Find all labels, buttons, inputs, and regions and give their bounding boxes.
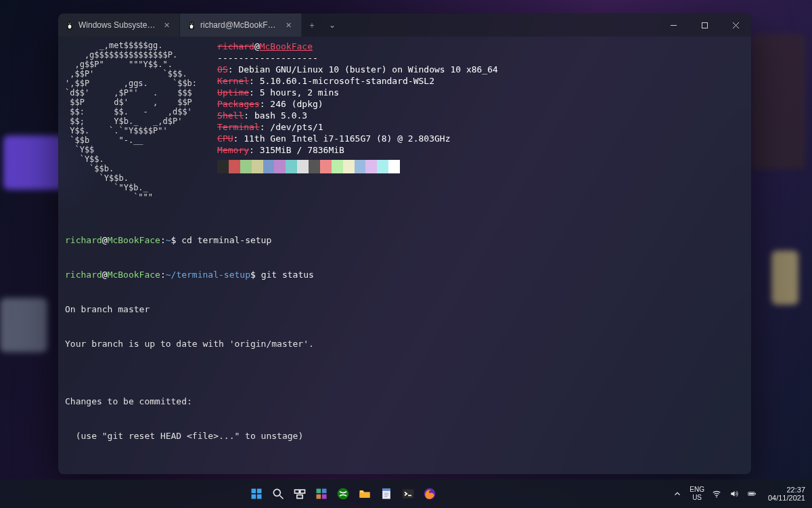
taskbar: ENGUS 22:3704/11/2021 (0, 480, 812, 508)
svg-point-8 (190, 23, 191, 24)
tab-close-icon[interactable]: ✕ (161, 20, 173, 31)
svg-rect-11 (702, 22, 707, 28)
svg-rect-15 (256, 489, 261, 494)
tab-wsl[interactable]: Windows Subsystem for Linux P ✕ (58, 14, 180, 37)
tray-chevron-icon[interactable] (672, 488, 683, 499)
minimize-button[interactable] (658, 14, 689, 37)
svg-rect-20 (294, 490, 299, 493)
wallpaper-accent (751, 34, 805, 169)
xbox-icon[interactable] (334, 485, 352, 503)
svg-point-3 (68, 23, 69, 24)
svg-rect-21 (300, 490, 304, 493)
neofetch-info: richard@McBookFace ------------------- O… (217, 41, 498, 202)
tab-label: richard@McBookFace: ~/termin (200, 20, 279, 30)
search-icon[interactable] (269, 485, 287, 503)
neofetch-separator: ------------------- (217, 52, 498, 64)
color-swatches (217, 160, 400, 173)
wifi-icon[interactable] (711, 488, 722, 499)
wallpaper-accent (771, 251, 798, 305)
svg-rect-34 (402, 489, 413, 498)
wallpaper-accent (3, 135, 64, 190)
svg-rect-28 (359, 492, 369, 498)
tux-icon (187, 20, 196, 30)
tux-icon (65, 20, 74, 30)
language-indicator[interactable]: ENGUS (690, 486, 704, 502)
svg-point-27 (337, 488, 348, 500)
battery-icon[interactable] (746, 488, 757, 499)
close-button[interactable] (720, 14, 751, 37)
svg-rect-30 (382, 489, 390, 491)
firefox-icon[interactable] (421, 485, 438, 503)
svg-rect-40 (749, 493, 754, 494)
svg-point-37 (716, 496, 717, 498)
svg-rect-23 (316, 489, 321, 494)
terminal-body[interactable]: _,met$$$$$gg. ,g$$$$$$$$$$$$$$$P. ,g$$P"… (58, 37, 751, 474)
svg-point-9 (192, 23, 193, 24)
svg-rect-26 (321, 494, 326, 499)
widgets-icon[interactable] (313, 485, 330, 503)
svg-point-4 (70, 23, 71, 24)
wallpaper-accent (0, 298, 47, 352)
titlebar[interactable]: Windows Subsystem for Linux P ✕ richard@… (58, 14, 751, 37)
volume-icon[interactable] (729, 488, 740, 499)
svg-rect-22 (296, 495, 302, 499)
windows-terminal-icon[interactable] (399, 485, 417, 503)
neofetch-userhost: richard@McBookFace (217, 41, 498, 52)
svg-rect-24 (321, 489, 326, 494)
shell-session: richard@McBookFace:~$ cd terminal-setup … (65, 211, 744, 474)
file-explorer-icon[interactable] (356, 485, 374, 503)
start-button[interactable] (248, 485, 265, 503)
svg-line-19 (279, 496, 283, 499)
tab-label: Windows Subsystem for Linux P (78, 20, 157, 30)
titlebar-drag-region[interactable] (342, 14, 658, 37)
maximize-button[interactable] (689, 14, 720, 37)
svg-rect-39 (755, 493, 756, 494)
system-tray: ENGUS 22:3704/11/2021 (672, 486, 812, 502)
taskbar-center (14, 485, 672, 503)
svg-point-18 (273, 489, 280, 496)
tab-close-icon[interactable]: ✕ (283, 20, 294, 31)
tab-terminal-session[interactable]: richard@McBookFace: ~/termin ✕ (180, 14, 302, 37)
neofetch-ascii-logo: _,met$$$$$gg. ,g$$$$$$$$$$$$$$$P. ,g$$P"… (65, 41, 197, 202)
clock[interactable]: 22:3704/11/2021 (764, 486, 805, 502)
svg-rect-17 (256, 494, 261, 499)
tab-dropdown-button[interactable]: ⌄ (322, 14, 342, 37)
terminal-window: Windows Subsystem for Linux P ✕ richard@… (58, 14, 751, 474)
svg-rect-25 (316, 494, 321, 499)
new-tab-button[interactable]: ＋ (302, 14, 322, 37)
task-view-icon[interactable] (291, 485, 309, 503)
notepad-icon[interactable] (378, 485, 395, 503)
svg-rect-16 (251, 494, 256, 499)
svg-rect-14 (251, 489, 256, 494)
